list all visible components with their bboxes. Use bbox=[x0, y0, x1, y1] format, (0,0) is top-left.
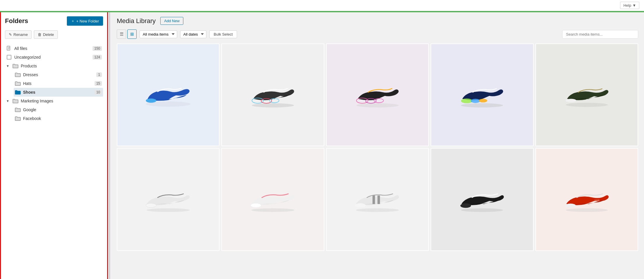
video-indicator: ▌▌ bbox=[373, 196, 382, 204]
svg-point-7 bbox=[252, 103, 294, 107]
badge-dresses: 1 bbox=[96, 72, 102, 77]
delete-icon: 🗑 bbox=[38, 32, 41, 37]
folder-name-products: Products bbox=[21, 64, 37, 68]
new-folder-icon: ＋ bbox=[71, 18, 75, 24]
media-grid: ▌▌ bbox=[117, 43, 638, 251]
grid-view-icon: ⊞ bbox=[130, 32, 134, 37]
folder-icon-products bbox=[13, 64, 18, 68]
folder-item-hats[interactable]: Hats 15 bbox=[14, 79, 103, 88]
media-item-1[interactable] bbox=[117, 43, 220, 146]
help-button[interactable]: Help ▼ bbox=[620, 2, 639, 9]
svg-point-14 bbox=[374, 99, 383, 103]
svg-rect-4 bbox=[7, 55, 11, 59]
svg-point-26 bbox=[355, 203, 365, 207]
folder-icon-google bbox=[15, 107, 21, 112]
svg-point-25 bbox=[356, 208, 399, 212]
rename-label: Rename bbox=[13, 32, 28, 37]
svg-point-6 bbox=[146, 99, 156, 103]
help-arrow: ▼ bbox=[632, 3, 636, 8]
badge-shoes: 10 bbox=[95, 90, 102, 95]
filter-media-items[interactable]: All media items bbox=[140, 30, 177, 38]
marketing-sub-list: Google Facebook bbox=[5, 105, 103, 123]
folder-icon-dresses bbox=[15, 72, 21, 77]
badge-hats: 15 bbox=[95, 81, 102, 86]
svg-point-29 bbox=[566, 208, 608, 212]
badge-all-files: 150 bbox=[93, 46, 102, 51]
main-header: Media Library Add New bbox=[117, 17, 638, 25]
badge-uncategorized: 124 bbox=[93, 55, 102, 60]
folder-list: All files 150 Uncategorized 124 ▼ bbox=[5, 44, 103, 123]
svg-point-18 bbox=[479, 99, 488, 103]
media-item-8[interactable]: ▌▌ bbox=[326, 148, 429, 251]
products-sub-list: Dresses 1 Hats 15 bbox=[5, 70, 103, 97]
sidebar-title: Folders bbox=[5, 17, 28, 25]
folder-name-facebook: Facebook bbox=[23, 116, 41, 121]
collapse-arrow-products: ▼ bbox=[6, 64, 10, 68]
svg-point-17 bbox=[471, 99, 480, 103]
svg-point-30 bbox=[565, 203, 576, 207]
folder-item-uncategorized[interactable]: Uncategorized 124 bbox=[5, 53, 103, 62]
top-bar: Help ▼ bbox=[0, 0, 644, 11]
folder-name-dresses: Dresses bbox=[23, 72, 38, 77]
media-item-7[interactable] bbox=[221, 148, 324, 251]
folder-item-products[interactable]: ▼ Products bbox=[5, 62, 103, 70]
svg-point-11 bbox=[356, 103, 398, 107]
folder-icon-shoes bbox=[15, 90, 21, 95]
folder-item-marketing-images[interactable]: ▼ Marketing Images bbox=[5, 97, 103, 105]
svg-point-21 bbox=[147, 208, 190, 212]
list-view-button[interactable]: ☰ bbox=[117, 29, 126, 39]
svg-point-20 bbox=[566, 99, 576, 103]
app-container: Folders ＋ + New Folder ✎ Rename 🗑 Delete bbox=[0, 12, 644, 279]
folder-name-google: Google bbox=[23, 107, 36, 112]
collapse-arrow-marketing: ▼ bbox=[6, 99, 10, 103]
folder-icon-marketing bbox=[13, 99, 18, 103]
folder-item-all-files[interactable]: All files 150 bbox=[5, 44, 103, 53]
media-item-6[interactable] bbox=[117, 148, 220, 251]
help-label: Help bbox=[623, 3, 631, 8]
sidebar-header: Folders ＋ + New Folder bbox=[5, 16, 103, 26]
grid-view-button[interactable]: ⊞ bbox=[127, 29, 137, 39]
folder-icon-hats bbox=[15, 81, 21, 86]
rename-button[interactable]: ✎ Rename bbox=[5, 30, 32, 39]
rename-icon: ✎ bbox=[9, 32, 12, 37]
bulk-select-button[interactable]: Bulk Select bbox=[209, 30, 237, 38]
svg-text:NIKE: NIKE bbox=[595, 199, 600, 201]
sidebar: Folders ＋ + New Folder ✎ Rename 🗑 Delete bbox=[0, 12, 108, 279]
svg-point-28 bbox=[461, 203, 471, 207]
square-icon bbox=[6, 55, 12, 60]
media-item-9[interactable] bbox=[431, 148, 533, 251]
folder-item-dresses[interactable]: Dresses 1 bbox=[14, 70, 103, 79]
svg-point-22 bbox=[146, 203, 156, 207]
folder-item-shoes[interactable]: Shoes 10 bbox=[14, 88, 103, 97]
doc-icon bbox=[6, 46, 12, 51]
list-view-icon: ☰ bbox=[120, 32, 123, 37]
add-new-button[interactable]: Add New bbox=[160, 17, 183, 25]
filter-dates[interactable]: All dates bbox=[180, 30, 206, 38]
svg-point-27 bbox=[461, 208, 503, 212]
folder-item-facebook[interactable]: Facebook bbox=[14, 114, 103, 123]
new-folder-button[interactable]: ＋ + New Folder bbox=[67, 16, 103, 26]
folder-name-uncategorized: Uncategorized bbox=[14, 55, 41, 60]
delete-label: Delete bbox=[43, 32, 54, 37]
media-item-10[interactable]: NIKE bbox=[535, 148, 638, 251]
folder-name-all-files: All files bbox=[14, 46, 27, 51]
svg-point-15 bbox=[461, 103, 503, 107]
view-toggle: ☰ ⊞ bbox=[117, 29, 137, 39]
new-folder-label: + New Folder bbox=[76, 19, 99, 23]
media-item-5[interactable] bbox=[535, 43, 638, 146]
folder-icon-facebook bbox=[15, 116, 21, 121]
media-item-3[interactable] bbox=[326, 43, 429, 146]
folder-name-shoes: Shoes bbox=[23, 90, 35, 95]
media-item-2[interactable] bbox=[221, 43, 324, 146]
resize-handle[interactable] bbox=[109, 12, 110, 279]
delete-button[interactable]: 🗑 Delete bbox=[34, 30, 58, 39]
svg-point-10 bbox=[269, 99, 279, 103]
svg-point-23 bbox=[251, 208, 295, 212]
media-item-4[interactable] bbox=[431, 43, 533, 146]
folder-item-google[interactable]: Google bbox=[14, 105, 103, 114]
svg-point-24 bbox=[250, 203, 261, 207]
main-title: Media Library bbox=[117, 17, 156, 25]
toolbar: ☰ ⊞ All media items All dates Bulk Selec… bbox=[117, 29, 638, 39]
search-input[interactable] bbox=[562, 30, 638, 39]
folder-name-marketing-images: Marketing Images bbox=[21, 99, 53, 103]
